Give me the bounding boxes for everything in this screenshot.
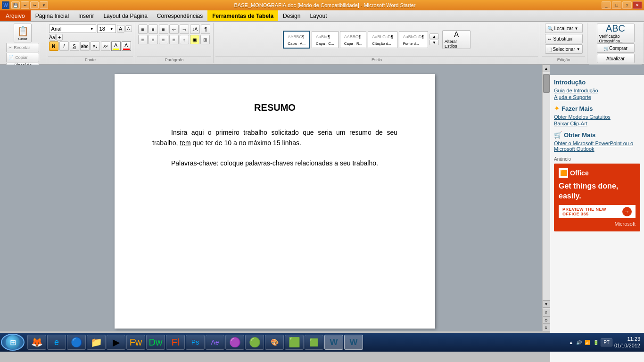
select-page-button[interactable]: ⊙ — [543, 316, 550, 324]
next-page-button[interactable]: ⇓ — [543, 324, 550, 331]
align-left-button[interactable]: ≡ — [138, 35, 148, 44]
restore-button[interactable]: □ — [612, 1, 621, 9]
style-capa-c[interactable]: AaBb(¶Capa - C... — [312, 31, 339, 48]
font-color-button[interactable]: A — [122, 41, 131, 51]
menu-inserir[interactable]: Inserir — [74, 10, 99, 21]
selecionar-button[interactable]: ⬚Selecionar▼ — [545, 44, 583, 54]
taskbar-app2[interactable]: 🟢 — [245, 335, 264, 350]
show-marks-button[interactable]: ¶ — [201, 25, 210, 34]
strikethrough-button[interactable]: abc — [80, 41, 90, 51]
taskbar-app3[interactable]: 🟩 — [305, 335, 323, 350]
close-button[interactable]: ✕ — [633, 1, 642, 9]
style-fonte[interactable]: AaBbCcD¶Fonte d... — [399, 31, 428, 48]
font-name-selector[interactable]: Arial▼ — [49, 25, 96, 33]
menu-pagina-inicial[interactable]: Página Inicial — [31, 10, 74, 21]
subscript-button[interactable]: X₂ — [91, 41, 100, 51]
style-capa-a[interactable]: AABBC¶Capa - A... — [283, 31, 310, 49]
justify-button[interactable]: ≡ — [169, 35, 179, 44]
case-button[interactable]: Aa — [49, 34, 56, 41]
font-size-selector[interactable]: 18▼ — [97, 25, 116, 33]
ad-box[interactable]: 🟧 Office Get things done, easily. PREVIE… — [554, 164, 640, 231]
copiar-button[interactable]: 📄Copiar — [6, 53, 39, 62]
underline-button[interactable]: S — [70, 41, 79, 51]
sidebar-link-clipart[interactable]: Baixar Clip-Art — [554, 121, 640, 126]
style-citacao[interactable]: AaBbCcD¶Citação d... — [368, 31, 397, 48]
menu-ferramentas-tabela[interactable]: Ferramentas de Tabela — [207, 10, 278, 21]
substituir-button[interactable]: ↔Substituir — [545, 34, 583, 43]
recortar-button[interactable]: ✂Recortar — [6, 43, 39, 52]
menu-correspondencias[interactable]: Correspondências — [152, 10, 207, 21]
taskbar-aftereffects[interactable]: Ae — [206, 335, 224, 350]
taskbar-chrome[interactable]: 🔵 — [67, 335, 86, 350]
taskbar-word2[interactable]: W — [344, 335, 363, 350]
tray-icon1: 🔊 — [576, 340, 582, 345]
increase-indent-button[interactable]: ⇒ — [180, 25, 189, 34]
menu-design[interactable]: Design — [278, 10, 305, 21]
document-page[interactable]: RESUMO Insira aqui o primeiro trabalho s… — [115, 74, 435, 329]
document-area[interactable]: RESUMO Insira aqui o primeiro trabalho s… — [0, 65, 550, 331]
language-button[interactable]: PT — [601, 338, 612, 346]
style-capa-r[interactable]: AABBC¶Capa - R... — [340, 31, 367, 48]
styles-down-button[interactable]: ▼ — [429, 40, 439, 45]
menu-arquivo[interactable]: Arquivo — [0, 10, 31, 21]
taskbar-ie[interactable]: e — [47, 335, 66, 350]
shading-button[interactable]: ▣ — [190, 35, 199, 44]
decrease-font-size[interactable]: A — [125, 25, 132, 32]
tray-expand-button[interactable]: ▲ — [569, 340, 573, 345]
taskbar-color[interactable]: 🎨 — [265, 335, 284, 350]
save-button[interactable]: 💾 — [11, 1, 20, 9]
prev-page-button[interactable]: ⇑ — [543, 309, 550, 316]
taskbar-word1[interactable]: W — [324, 335, 343, 350]
line-spacing-button[interactable]: ↕ — [180, 35, 189, 44]
taskbar-flash[interactable]: Fl — [166, 335, 185, 350]
numbering-button[interactable]: ≡ — [149, 25, 158, 34]
taskbar-app1[interactable]: 🟣 — [225, 335, 244, 350]
align-right-button[interactable]: ≡ — [159, 35, 168, 44]
align-center-button[interactable]: ≡ — [149, 35, 158, 44]
sidebar-link-guia[interactable]: Guia de Introdução — [554, 88, 640, 93]
styles-up-button[interactable]: ▲ — [429, 33, 439, 39]
multilevel-button[interactable]: ≡ — [159, 25, 168, 34]
sort-button[interactable]: ↕A — [190, 25, 200, 34]
sidebar-link-ajuda[interactable]: Ajuda e Suporte — [554, 94, 640, 100]
sidebar-link-modelos[interactable]: Obter Modelos Gratuitos — [554, 114, 640, 120]
start-button[interactable]: ⊞ — [1, 334, 25, 351]
redo-button[interactable]: ↪ — [30, 1, 39, 9]
highlight-color-button[interactable]: A — [111, 41, 121, 51]
localizar-button[interactable]: 🔍Localizar▼ — [545, 24, 583, 33]
taskbar-minecraft[interactable]: 🟩 — [285, 335, 304, 350]
increase-font-size[interactable]: A — [117, 25, 124, 33]
borders-button[interactable]: ⊞ — [200, 35, 210, 44]
taskbar-photoshop[interactable]: Ps — [186, 335, 205, 350]
sidebar-fazer-mais-section: ✦ Fazer Mais Obter Modelos Gratuitos Bai… — [554, 105, 640, 126]
verificacao-button[interactable]: ABC Verificação Ortográfica... — [597, 24, 635, 42]
clear-format-button[interactable]: ✦ — [56, 34, 63, 41]
menu-layout[interactable]: Layout — [305, 10, 331, 21]
minimize-button[interactable]: _ — [602, 1, 611, 9]
taskbar-fireworks[interactable]: Fw — [126, 335, 145, 350]
italic-button[interactable]: I — [59, 41, 69, 51]
scroll-thumb[interactable] — [543, 74, 550, 93]
customize-button[interactable]: ▼ — [40, 1, 48, 9]
vertical-scrollbar[interactable]: ▲ ▼ ⇑ ⊙ ⇓ — [542, 65, 550, 331]
scroll-down-button[interactable]: ▼ — [543, 300, 550, 308]
alterar-estilos-button[interactable]: A Alterar Estilos — [442, 30, 471, 49]
sidebar-link-obter[interactable]: Obter o Microsoft PowerPoint ou o Micros… — [554, 140, 640, 152]
taskbar-dreamweaver[interactable]: Dw — [146, 335, 165, 350]
colar-button[interactable]: 📋 Colar — [14, 24, 32, 42]
update-button[interactable]: Atualizar — [597, 54, 635, 63]
taskbar-explorer[interactable]: 📁 — [87, 335, 106, 350]
ad-preview-button[interactable]: PREVIEW THE NEW OFFICE 365 → — [559, 205, 636, 218]
decrease-indent-button[interactable]: ⇐ — [169, 25, 179, 34]
menu-layout-pagina[interactable]: Layout da Página — [99, 10, 152, 21]
help-button[interactable]: ? — [622, 1, 632, 9]
taskbar-firefox[interactable]: 🦊 — [27, 335, 46, 350]
comprar-button[interactable]: 🛒Comprar — [597, 43, 635, 53]
bold-button[interactable]: N — [49, 41, 58, 51]
windows-logo-icon: ⊞ — [10, 338, 16, 347]
superscript-button[interactable]: X² — [101, 41, 110, 51]
scroll-up-button[interactable]: ▲ — [543, 65, 550, 72]
bullets-button[interactable]: ≡ — [138, 25, 148, 34]
undo-button[interactable]: ↩ — [21, 1, 29, 9]
taskbar-media[interactable]: ▶ — [107, 335, 125, 350]
